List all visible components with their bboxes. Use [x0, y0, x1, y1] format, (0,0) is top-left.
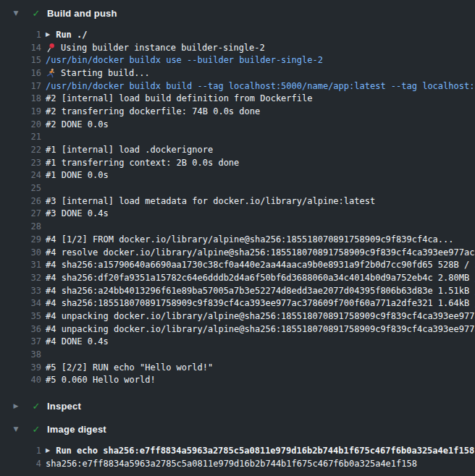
workflow-log-viewer: ▼ ✓ Build and push 1 ▶Run ./ 14 Using bu… — [0, 0, 475, 476]
line-number[interactable]: 32 — [0, 273, 41, 283]
line-text: #1 transferring context: 2B 0.0s done — [46, 158, 239, 168]
line-number[interactable]: 14 — [0, 43, 41, 53]
log-line: 38 — [0, 348, 475, 361]
line-text: Run echo sha256:e7ff8834a5963a2785c5a081… — [56, 446, 474, 456]
log-line: 37 #4 DONE 0.4s — [0, 336, 475, 349]
line-number[interactable]: 18 — [0, 93, 41, 103]
log-line: 40 #5 0.060 Hello world! — [0, 374, 475, 387]
line-number[interactable]: 36 — [0, 324, 41, 334]
line-text: #5 0.060 Hello world! — [46, 375, 156, 385]
chevron-down-icon: ▼ — [12, 10, 20, 17]
line-content: #5 0.060 Hello world! — [46, 375, 156, 385]
line-text: Run ./ — [56, 30, 87, 40]
line-number[interactable]: 40 — [0, 375, 41, 385]
log-line: 16 Starting build... — [0, 67, 475, 80]
line-text: #4 sha256:df20fa9351a15782c64e6dddb2d4a6… — [46, 273, 475, 283]
log-line: 24 #1 DONE 0.0s — [0, 169, 475, 182]
log-line: 22 #1 [internal] load .dockerignore — [0, 143, 475, 156]
log-line: 29 #4 [1/2] FROM docker.io/library/alpin… — [0, 233, 475, 246]
log-lines: 1 ▶Run ./ 14 Using builder instance buil… — [0, 28, 475, 386]
line-content: #1 transferring context: 2B 0.0s done — [46, 158, 239, 168]
line-number[interactable]: 26 — [0, 196, 41, 206]
runner-emoji — [46, 68, 56, 78]
log-line: 25 — [0, 182, 475, 195]
section-title: Build and push — [47, 8, 117, 19]
line-number[interactable]: 22 — [0, 145, 41, 155]
line-number[interactable]: 34 — [0, 298, 41, 308]
line-content: Using builder instance builder-single-2 — [46, 43, 265, 53]
line-number[interactable]: 1 — [0, 446, 41, 456]
line-text: #4 [1/2] FROM docker.io/library/alpine@s… — [46, 234, 454, 245]
expander-triangle-icon: ▶ — [46, 448, 50, 454]
line-content: #2 transferring dockerfile: 74B 0.0s don… — [46, 106, 260, 116]
log-line: 31 #4 sha256:a15790640a6690aa1730c38cf0a… — [0, 258, 475, 271]
line-text: #5 [2/2] RUN echo "Hello world!" — [46, 362, 213, 373]
log-sections: ▼ ✓ Build and push 1 ▶Run ./ 14 Using bu… — [0, 6, 475, 470]
line-content: #4 unpacking docker.io/library/alpine@sh… — [46, 324, 475, 334]
line-number[interactable]: 21 — [0, 132, 41, 142]
line-text: #4 unpacking docker.io/library/alpine@sh… — [46, 324, 475, 334]
line-content: /usr/bin/docker buildx build --tag local… — [46, 81, 475, 91]
line-number[interactable]: 16 — [0, 68, 41, 78]
line-number[interactable]: 29 — [0, 234, 41, 245]
line-number[interactable]: 31 — [0, 260, 41, 270]
section-title: Inspect — [47, 401, 81, 412]
section-image-digest: ▼ ✓ Image digest 1 ▶Run echo sha256:e7ff… — [0, 422, 475, 469]
success-check-icon: ✓ — [31, 425, 41, 434]
line-content: #4 sha256:185518070891758909c9f839cf4ca3… — [46, 298, 475, 308]
line-text: #4 sha256:a24bb4013296f61e89ba57005a7b3e… — [46, 286, 475, 296]
pushpin-emoji — [46, 43, 56, 53]
run-group-header-line[interactable]: 1 ▶Run ./ — [0, 28, 475, 41]
line-content: #3 [internal] load metadata for docker.i… — [46, 196, 375, 206]
line-content: /usr/bin/docker buildx use --builder bui… — [46, 55, 323, 65]
line-text: /usr/bin/docker buildx build --tag local… — [46, 81, 475, 91]
line-number[interactable]: 27 — [0, 208, 41, 218]
line-text: #4 unpacking docker.io/library/alpine@sh… — [46, 311, 475, 321]
log-line: 36 #4 unpacking docker.io/library/alpine… — [0, 323, 475, 336]
line-number[interactable]: 4 — [0, 459, 41, 469]
chevron-down-icon: ▼ — [12, 426, 20, 433]
line-content: #2 DONE 0.0s — [46, 119, 109, 129]
line-number[interactable]: 25 — [0, 183, 41, 193]
log-line: 30 #4 resolve docker.io/library/alpine@s… — [0, 246, 475, 259]
line-content: #4 sha256:a24bb4013296f61e89ba57005a7b3e… — [46, 286, 475, 296]
line-text: #4 sha256:185518070891758909c9f839cf4ca3… — [46, 298, 475, 308]
line-text: #4 resolve docker.io/library/alpine@sha2… — [46, 247, 475, 258]
line-number[interactable]: 30 — [0, 247, 41, 258]
log-line: 27 #3 DONE 0.4s — [0, 208, 475, 221]
line-content: #3 DONE 0.4s — [46, 208, 109, 218]
line-text: #3 DONE 0.4s — [46, 208, 109, 218]
line-number[interactable]: 20 — [0, 119, 41, 129]
line-number[interactable]: 24 — [0, 170, 41, 180]
line-number[interactable]: 38 — [0, 349, 41, 360]
section-header[interactable]: ▶ ✓ Inspect — [0, 399, 475, 413]
line-number[interactable]: 17 — [0, 81, 41, 91]
expander-triangle-icon: ▶ — [46, 32, 50, 38]
log-line: 35 #4 unpacking docker.io/library/alpine… — [0, 310, 475, 323]
log-line: 19 #2 transferring dockerfile: 74B 0.0s … — [0, 105, 475, 118]
log-line: 33 #4 sha256:a24bb4013296f61e89ba57005a7… — [0, 284, 475, 297]
section-header[interactable]: ▼ ✓ Build and push — [0, 6, 475, 20]
line-number[interactable]: 33 — [0, 286, 41, 296]
line-content: #4 sha256:df20fa9351a15782c64e6dddb2d4a6… — [46, 273, 475, 283]
line-number[interactable]: 39 — [0, 362, 41, 373]
line-number[interactable]: 1 — [0, 30, 41, 40]
line-content: #4 [1/2] FROM docker.io/library/alpine@s… — [46, 234, 454, 245]
line-text: #1 DONE 0.0s — [46, 170, 109, 180]
line-text: #4 DONE 0.4s — [46, 336, 109, 347]
section-header[interactable]: ▼ ✓ Image digest — [0, 422, 475, 436]
line-text: #2 DONE 0.0s — [46, 119, 109, 129]
run-group-header-line[interactable]: 1 ▶Run echo sha256:e7ff8834a5963a2785c5a… — [0, 444, 475, 457]
line-text: #2 [internal] load build definition from… — [46, 93, 312, 103]
line-content: ▶Run ./ — [46, 30, 88, 40]
line-text: Starting build... — [61, 68, 150, 78]
line-number[interactable]: 23 — [0, 158, 41, 168]
line-number[interactable]: 35 — [0, 311, 41, 321]
line-number[interactable]: 15 — [0, 55, 41, 65]
log-line: 17 /usr/bin/docker buildx build --tag lo… — [0, 80, 475, 93]
line-number[interactable]: 37 — [0, 336, 41, 347]
log-line: 32 #4 sha256:df20fa9351a15782c64e6dddb2d… — [0, 271, 475, 284]
line-text: sha256:e7ff8834a5963a2785c5a0811e979d16b… — [46, 459, 417, 469]
line-number[interactable]: 19 — [0, 106, 41, 116]
line-number[interactable]: 28 — [0, 221, 41, 231]
